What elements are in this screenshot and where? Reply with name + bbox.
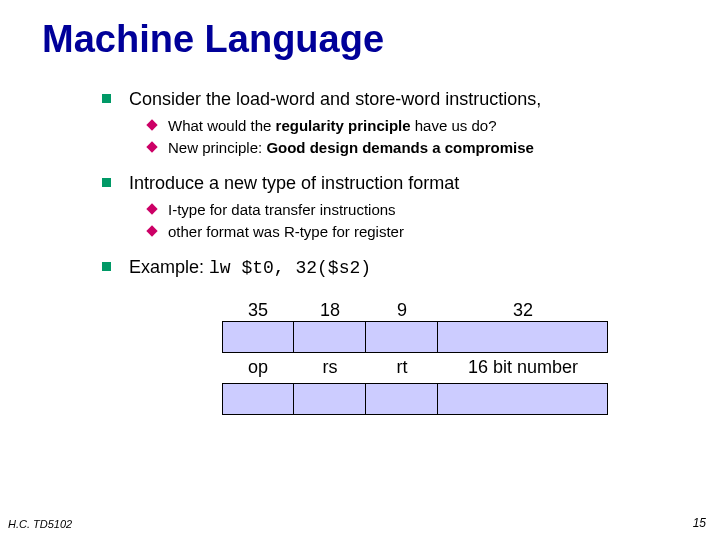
instruction-format-table: 35 18 9 32 op rs rt 16 bit number [222, 300, 692, 415]
table-labels-row: op rs rt 16 bit number [222, 353, 692, 383]
table-boxes-row-1 [222, 321, 692, 353]
slide-number: 15 [693, 516, 706, 530]
bullet-1-text: Consider the load-word and store-word in… [129, 87, 541, 111]
slide-title: Machine Language [42, 18, 692, 61]
bullet-1: Consider the load-word and store-word in… [102, 87, 692, 159]
bullet-2-text: Introduce a new type of instruction form… [129, 171, 459, 195]
table-values-row: 35 18 9 32 [222, 300, 692, 321]
square-bullet-icon [102, 178, 111, 187]
bullet-3-text: Example: lw $t0, 32($s2) [129, 255, 371, 280]
sub-bullet-2-1-text: I-type for data transfer instructions [168, 199, 396, 221]
label-rt: rt [366, 353, 438, 383]
slide-content: Consider the load-word and store-word in… [42, 87, 692, 415]
diamond-bullet-icon [146, 120, 157, 131]
table-boxes-row-2 [222, 383, 692, 415]
example-code: lw $t0, 32($s2) [209, 258, 371, 278]
slide: Machine Language Consider the load-word … [0, 0, 720, 540]
bullet-3: Example: lw $t0, 32($s2) [102, 255, 692, 280]
diamond-bullet-icon [146, 141, 157, 152]
bullet-2: Introduce a new type of instruction form… [102, 171, 692, 243]
diamond-bullet-icon [146, 203, 157, 214]
square-bullet-icon [102, 94, 111, 103]
label-op: op [222, 353, 294, 383]
label-imm: 16 bit number [438, 353, 608, 383]
label-rs: rs [294, 353, 366, 383]
value-rt: 9 [366, 300, 438, 321]
sub-bullet-2-2-text: other format was R-type for register [168, 221, 404, 243]
sub-bullet-2-2: other format was R-type for register [148, 221, 692, 243]
diamond-bullet-icon [146, 225, 157, 236]
value-imm: 32 [438, 300, 608, 321]
value-rs: 18 [294, 300, 366, 321]
value-op: 35 [222, 300, 294, 321]
footer-left: H.C. TD5102 [8, 518, 72, 530]
sub-bullet-1-1-text: What would the regularity principle have… [168, 115, 497, 137]
sub-bullet-1-1: What would the regularity principle have… [148, 115, 692, 137]
sub-bullet-1-2: New principle: Good design demands a com… [148, 137, 692, 159]
sub-bullet-2-1: I-type for data transfer instructions [148, 199, 692, 221]
square-bullet-icon [102, 262, 111, 271]
sub-bullet-1-2-text: New principle: Good design demands a com… [168, 137, 534, 159]
